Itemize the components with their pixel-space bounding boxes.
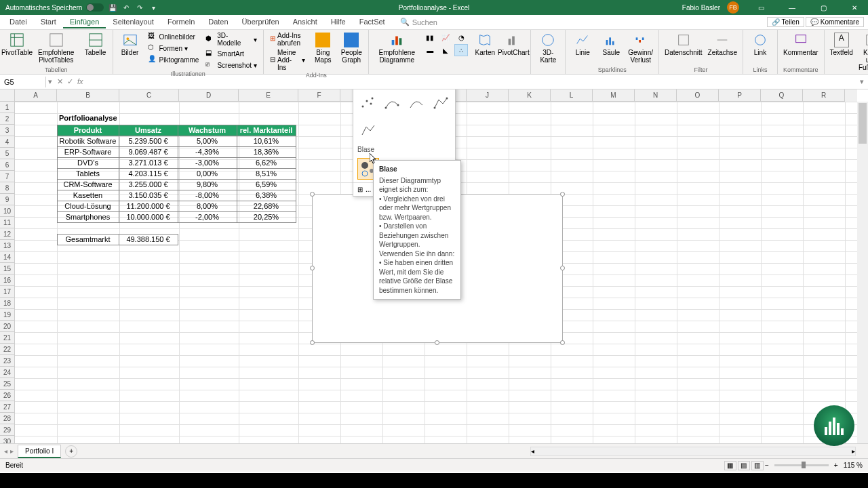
share-button[interactable]: 🔗 Teilen xyxy=(767,17,804,27)
table-cell[interactable]: 8,51% xyxy=(237,168,296,180)
col-header[interactable]: Q xyxy=(761,89,803,102)
spark-line-button[interactable]: Linie xyxy=(570,31,595,58)
comment-button[interactable]: Kommentar xyxy=(782,31,820,58)
table-cell[interactable]: Cloud-Lösung xyxy=(57,201,119,212)
comments-button[interactable]: 💬 Kommentare xyxy=(806,17,864,27)
col-header[interactable]: F xyxy=(298,89,340,102)
row-header[interactable]: 11 xyxy=(0,217,15,228)
timeline-button[interactable]: Zeitachse xyxy=(707,31,738,58)
table-cell[interactable]: 10,61% xyxy=(237,136,296,147)
spark-col-button[interactable]: Säule xyxy=(598,31,624,58)
chart-scatter-icon[interactable]: ∴ xyxy=(454,44,468,56)
table-cell[interactable]: DVD's xyxy=(57,157,119,169)
add-sheet-button[interactable]: + xyxy=(65,445,77,458)
pivotchart-button[interactable]: PivotChart xyxy=(500,31,526,58)
cancel-formula-icon[interactable]: ✕ xyxy=(57,77,63,86)
resize-handle[interactable] xyxy=(560,266,565,270)
resize-handle[interactable] xyxy=(560,192,565,197)
row-header[interactable]: 25 xyxy=(0,378,15,390)
formula-input[interactable] xyxy=(86,81,856,83)
customize-qat-icon[interactable]: ▾ xyxy=(149,3,158,12)
toggle-switch[interactable] xyxy=(86,3,104,12)
table-cell[interactable]: -8,00% xyxy=(178,190,237,201)
screenshot-button[interactable]: ⎚Screenshot ▾ xyxy=(203,60,259,70)
table-cell[interactable]: 0,00% xyxy=(178,168,237,180)
menu-tab-ansicht[interactable]: Ansicht xyxy=(286,16,324,28)
row-header[interactable]: 1 xyxy=(0,102,15,113)
fx-icon[interactable]: fx xyxy=(77,77,83,86)
chart-column-icon[interactable]: ▮▮ xyxy=(423,31,437,43)
table-cell[interactable]: 22,68% xyxy=(237,201,296,212)
table-cell[interactable]: 18,36% xyxy=(237,146,296,158)
name-box[interactable]: G5 xyxy=(0,77,46,87)
view-layout-icon[interactable]: ▤ xyxy=(738,461,750,470)
table-cell[interactable]: Produkt xyxy=(57,125,119,136)
row-header[interactable]: 21 xyxy=(0,332,15,344)
zoom-in-icon[interactable]: + xyxy=(834,462,838,469)
row-header[interactable]: 27 xyxy=(0,401,15,413)
col-header[interactable]: A xyxy=(15,89,57,102)
header-footer-button[interactable]: Kopf- und Fußzeile xyxy=(857,31,868,73)
table-cell[interactable]: 49.388.150 € xyxy=(119,234,178,245)
user-avatar[interactable]: FB xyxy=(727,1,739,14)
people-graph-button[interactable]: People Graph xyxy=(338,31,364,65)
table-cell[interactable]: 3.150.035 € xyxy=(119,190,178,201)
table-cell[interactable]: rel. Marktanteil xyxy=(237,125,296,136)
ribbon-options-icon[interactable]: ▭ xyxy=(747,0,774,15)
menu-tab-einfügen[interactable]: Einfügen xyxy=(63,16,106,28)
view-break-icon[interactable]: ▥ xyxy=(751,461,764,470)
table-cell[interactable]: Smartphones xyxy=(57,211,119,223)
row-header[interactable]: 5 xyxy=(0,148,15,159)
row-header[interactable]: 9 xyxy=(0,194,15,205)
row-header[interactable]: 8 xyxy=(0,182,15,194)
scatter-lines-nomarker-option[interactable] xyxy=(357,119,379,141)
pivottable-button[interactable]: PivotTable xyxy=(4,31,30,58)
table-cell[interactable]: 9.069.487 € xyxy=(119,146,178,158)
select-all-corner[interactable] xyxy=(0,89,15,102)
row-header[interactable]: 28 xyxy=(0,413,15,424)
autosave-toggle[interactable]: Automatisches Speichern xyxy=(5,3,104,12)
col-header[interactable]: B xyxy=(57,89,119,102)
3dmap-button[interactable]: 3D- Karte xyxy=(535,31,561,65)
chart-bar-icon[interactable]: ▬ xyxy=(423,44,437,56)
resize-handle[interactable] xyxy=(310,192,315,197)
row-header[interactable]: 30 xyxy=(0,436,15,443)
my-addins-button[interactable]: ⊟Meine Add-Ins ▾ xyxy=(268,48,307,72)
table-cell[interactable]: -3,00% xyxy=(178,157,237,169)
table-cell[interactable]: 4.203.115 € xyxy=(119,168,178,180)
col-header[interactable]: N xyxy=(635,89,677,102)
table-cell[interactable]: 8,00% xyxy=(178,201,237,212)
menu-tab-start[interactable]: Start xyxy=(34,16,63,28)
table-cell[interactable]: Umsatz xyxy=(119,125,178,136)
col-header[interactable]: C xyxy=(119,89,179,102)
menu-tab-factset[interactable]: FactSet xyxy=(353,16,392,28)
table-cell[interactable]: Gesamtmarkt xyxy=(57,234,119,245)
spark-wl-button[interactable]: Gewinn/ Verlust xyxy=(627,31,654,65)
scatter-option[interactable] xyxy=(357,92,378,114)
slicer-button[interactable]: Datenschnitt xyxy=(663,31,704,58)
resize-handle[interactable] xyxy=(310,340,315,345)
table-cell[interactable]: Kasetten xyxy=(57,190,119,201)
col-header[interactable]: K xyxy=(509,89,551,102)
zoom-level[interactable]: 115 % xyxy=(844,462,863,469)
link-button[interactable]: Link xyxy=(747,31,773,58)
col-header[interactable]: P xyxy=(719,89,761,102)
row-header[interactable]: 13 xyxy=(0,240,15,251)
col-header[interactable]: R xyxy=(803,89,845,102)
table-cell[interactable]: 9,80% xyxy=(178,179,237,190)
pictures-button[interactable]: Bilder xyxy=(117,31,143,58)
maps-button[interactable]: Karten xyxy=(472,31,498,58)
table-cell[interactable]: 11.200.000 € xyxy=(119,201,178,212)
table-cell[interactable]: 3.271.013 € xyxy=(119,157,178,169)
row-header[interactable]: 23 xyxy=(0,355,15,367)
row-header[interactable]: 18 xyxy=(0,298,15,309)
row-header[interactable]: 3 xyxy=(0,125,15,136)
table-cell[interactable]: 10.000.000 € xyxy=(119,211,178,223)
menu-tab-formeln[interactable]: Formeln xyxy=(161,16,201,28)
row-header[interactable]: 16 xyxy=(0,274,15,286)
get-addins-button[interactable]: ⊞Add-Ins abrufen xyxy=(268,31,307,47)
online-pictures-button[interactable]: 🖼Onlinebilder xyxy=(146,31,201,42)
row-header[interactable]: 7 xyxy=(0,171,15,182)
sheet-prev-icon[interactable]: ◂ xyxy=(4,447,7,455)
sheet-next-icon[interactable]: ▸ xyxy=(10,447,14,455)
